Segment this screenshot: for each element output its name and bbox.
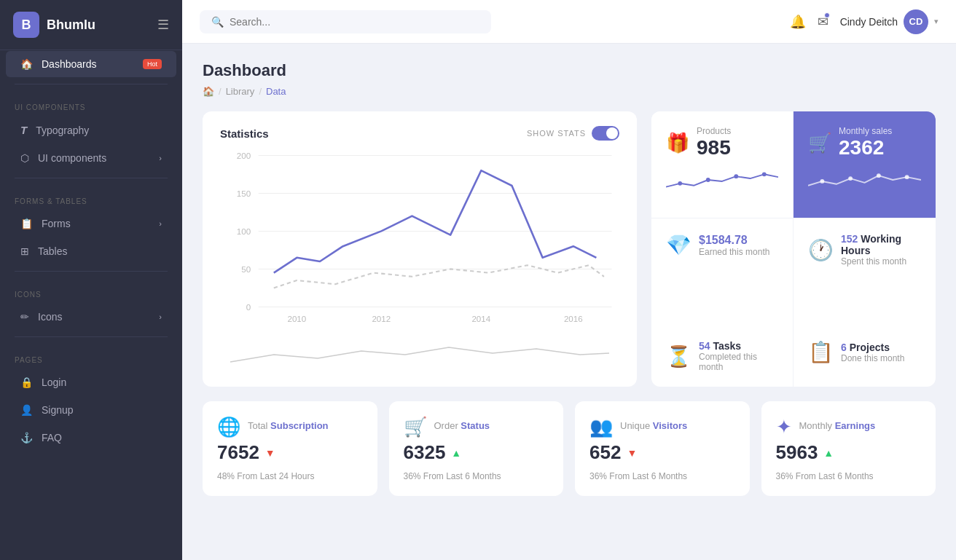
earnings-footer: 36% From Last 6 Months bbox=[776, 471, 922, 481]
sidebar: B Bhumlu ☰ 🏠 Dashboards Hot UI Component… bbox=[0, 0, 182, 560]
earned-card: 💎 $1584.78 Earned this month bbox=[651, 218, 794, 326]
search-input[interactable] bbox=[230, 16, 479, 28]
earned-label: Earned this month bbox=[699, 247, 769, 257]
products-card: 🎁 Products 985 bbox=[651, 111, 794, 218]
sidebar-label-typography: Typography bbox=[36, 125, 89, 136]
earnings-card: ✦ Monthly Earnings 5963 ▲ 36% From Last … bbox=[761, 401, 936, 496]
hourglass-icon: ⏳ bbox=[666, 344, 691, 368]
section-label-forms: Forms & Tables bbox=[0, 184, 182, 210]
sidebar-item-typography[interactable]: T Typography bbox=[6, 117, 176, 143]
svg-text:2016: 2016 bbox=[564, 315, 583, 323]
top-grid: Statistics SHOW STATS bbox=[203, 111, 936, 387]
sidebar-label-icons: Icons bbox=[38, 311, 62, 323]
logo-text: Bhumlu bbox=[47, 17, 95, 33]
mail-icon[interactable]: ✉ bbox=[818, 14, 828, 30]
search-box[interactable]: 🔍 bbox=[200, 10, 491, 33]
clock-icon: 🕐 bbox=[808, 238, 834, 262]
stats-title: Statistics bbox=[220, 127, 269, 140]
subscription-card: 🌐 Total Subscription 7652 ▼ 48% From Las… bbox=[203, 401, 377, 496]
mini-sparkline bbox=[220, 340, 619, 372]
main-chart: 200 150 100 50 0 2010 2012 2014 2016 bbox=[220, 148, 619, 337]
chevron-down-icon: ▾ bbox=[934, 17, 939, 26]
main-area: 🔍 🔔 ✉ Cindy Deitch CD ▾ Dashboard 🏠 / Li… bbox=[182, 0, 956, 560]
products-sparkline bbox=[666, 165, 778, 194]
subscription-arrow: ▼ bbox=[265, 447, 275, 459]
ui-components-icon: ⬡ bbox=[20, 152, 29, 164]
visitors-arrow: ▼ bbox=[627, 447, 637, 459]
earnings-label: Monthly Earnings bbox=[799, 420, 876, 431]
tables-icon: ⊞ bbox=[20, 245, 29, 257]
mail-dot bbox=[824, 12, 830, 18]
notification-icon[interactable]: 🔔 bbox=[790, 14, 806, 30]
header: 🔍 🔔 ✉ Cindy Deitch CD ▾ bbox=[182, 0, 956, 44]
chevron-right-icon: › bbox=[159, 154, 162, 162]
sidebar-item-signup[interactable]: 👤 Signup bbox=[6, 397, 176, 423]
projects-value: 6 Projects bbox=[841, 342, 904, 353]
working-hours-label: Spent this month bbox=[841, 256, 921, 267]
visitors-highlight: Visitors bbox=[653, 420, 687, 431]
tasks-label: Completed this month bbox=[699, 352, 778, 372]
content-area: Dashboard 🏠 / Library / Data Statistics … bbox=[182, 44, 956, 560]
user-name: Cindy Deitch bbox=[840, 16, 898, 28]
projects-card: 📋 6 Projects Done this month bbox=[794, 326, 936, 387]
cart2-icon: 🛒 bbox=[404, 416, 427, 438]
user-menu[interactable]: Cindy Deitch CD ▾ bbox=[840, 9, 939, 34]
cart-icon: 🛒 bbox=[808, 132, 831, 154]
breadcrumb-home[interactable]: 🏠 bbox=[203, 86, 214, 97]
svg-point-14 bbox=[678, 181, 682, 186]
order-highlight: Status bbox=[461, 420, 490, 431]
section-label-icons: Icons bbox=[0, 277, 182, 303]
tasks-card: ⏳ 54 Tasks Completed this month bbox=[651, 326, 794, 387]
users-icon: 👥 bbox=[589, 416, 613, 438]
user-icon: 👤 bbox=[20, 404, 33, 416]
projects-icon: 📋 bbox=[808, 340, 834, 364]
svg-point-21 bbox=[905, 175, 909, 179]
chevron-right-icon-icons: › bbox=[159, 312, 162, 321]
svg-text:100: 100 bbox=[237, 227, 251, 236]
sparkles-icon: ✦ bbox=[776, 416, 792, 438]
visitors-card: 👥 Unique Visitors 652 ▼ 36% From Last 6 … bbox=[575, 401, 750, 496]
earnings-value: 5963 ▲ bbox=[776, 441, 922, 464]
diamond-icon: 💎 bbox=[666, 233, 691, 257]
projects-label: Done this month bbox=[841, 353, 904, 363]
sidebar-item-dashboards[interactable]: 🏠 Dashboards Hot bbox=[6, 51, 176, 77]
monthly-value: 2362 bbox=[839, 136, 892, 159]
home-icon: 🏠 bbox=[20, 58, 33, 70]
right-cards: 🎁 Products 985 bbox=[651, 111, 936, 387]
stats-header: Statistics SHOW STATS bbox=[220, 126, 619, 141]
hamburger-icon[interactable]: ☰ bbox=[157, 17, 169, 33]
section-label-pages: Pages bbox=[0, 343, 182, 368]
logo-box: B bbox=[13, 12, 39, 38]
svg-text:2014: 2014 bbox=[471, 315, 490, 323]
order-footer: 36% From Last 6 Months bbox=[404, 471, 549, 481]
earned-value: $1584.78 bbox=[699, 234, 769, 247]
sidebar-item-faq[interactable]: ⚓ FAQ bbox=[6, 425, 176, 451]
svg-point-18 bbox=[820, 179, 824, 184]
icons-icon: ✏ bbox=[20, 311, 29, 323]
svg-text:0: 0 bbox=[246, 303, 251, 312]
typography-icon: T bbox=[20, 124, 27, 136]
sidebar-item-ui-components[interactable]: ⬡ UI components › bbox=[6, 145, 176, 171]
sidebar-label-dashboards: Dashboards bbox=[42, 58, 97, 70]
sidebar-item-tables[interactable]: ⊞ Tables bbox=[6, 238, 176, 264]
svg-text:2010: 2010 bbox=[288, 315, 307, 323]
sidebar-label-signup: Signup bbox=[42, 404, 74, 416]
section-label-ui: UI Components bbox=[0, 90, 182, 116]
products-value: 985 bbox=[697, 136, 731, 159]
statistics-card: Statistics SHOW STATS bbox=[203, 111, 637, 387]
sidebar-item-forms[interactable]: 📋 Forms › bbox=[6, 210, 176, 237]
order-label: Order Status bbox=[434, 420, 490, 431]
sidebar-item-icons[interactable]: ✏ Icons › bbox=[6, 304, 176, 330]
sidebar-logo: B Bhumlu ☰ bbox=[0, 0, 182, 50]
bottom-grid: 🌐 Total Subscription 7652 ▼ 48% From Las… bbox=[203, 401, 936, 496]
earnings-arrow: ▲ bbox=[823, 447, 834, 459]
order-value: 6325 ▲ bbox=[404, 441, 549, 464]
globe-icon: 🌐 bbox=[217, 416, 240, 438]
sidebar-item-login[interactable]: 🔒 Login bbox=[6, 369, 176, 395]
breadcrumb-data: Data bbox=[266, 86, 286, 97]
visitors-value: 652 ▼ bbox=[589, 441, 735, 464]
monthly-sales-card: 🛒 Monthly sales 2362 bbox=[794, 111, 936, 218]
stats-toggle[interactable] bbox=[592, 126, 619, 141]
subscription-value: 7652 ▼ bbox=[217, 441, 363, 464]
breadcrumb-library[interactable]: Library bbox=[226, 86, 255, 97]
